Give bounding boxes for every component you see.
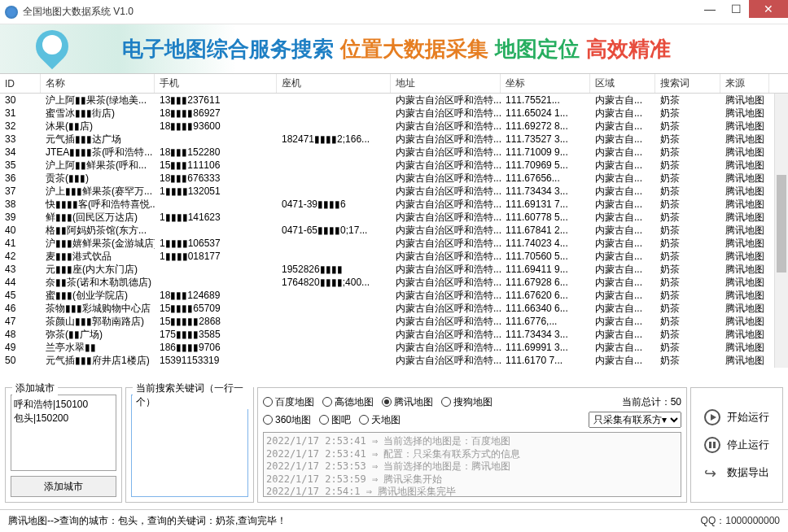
col-name[interactable]: 名称 <box>41 74 155 93</box>
col-mobile[interactable]: 手机 <box>155 74 277 93</box>
table-row[interactable]: 30沪上阿▮▮果茶(绿地美...13▮▮▮237611内蒙古自治区呼和浩特...… <box>0 94 788 107</box>
table-row[interactable]: 45蜜▮▮▮(创业学院店)18▮▮▮124689内蒙古自治区呼和浩特...111… <box>0 289 788 302</box>
table-row[interactable]: 50元气插▮▮▮府井店1楼店)15391153319内蒙古自治区呼和浩特...1… <box>0 354 788 367</box>
radio-搜狗地图[interactable]: 搜狗地图 <box>441 395 492 409</box>
stop-button[interactable]: 停止运行 <box>704 437 769 453</box>
app-title: 全国地图大数据系统 V1.0 <box>23 5 697 19</box>
city-textarea[interactable] <box>11 395 116 471</box>
banner: 电子地图综合服务搜索 位置大数据采集 地图定位 高效精准 <box>0 24 788 73</box>
radio-360地图[interactable]: 360地图 <box>263 413 311 427</box>
table-row[interactable]: 42麦▮▮▮港式饮品1▮▮▮▮018177内蒙古自治区呼和浩特...111.70… <box>0 250 788 263</box>
col-region[interactable]: 区域 <box>590 74 655 93</box>
maximize-button[interactable]: ☐ <box>723 0 749 18</box>
radio-天地图[interactable]: 天地图 <box>359 413 401 427</box>
col-source[interactable]: 来源 <box>720 74 769 93</box>
app-icon <box>5 6 18 19</box>
table-row[interactable]: 39鲜▮▮▮(回民区万达店)1▮▮▮▮141623内蒙古自治区呼和浩特...11… <box>0 211 788 224</box>
bottom-panel: 添加城市 添加城市 当前搜索关键词（一行一个） 百度地图高德地图腾讯地图搜狗地图… <box>5 387 783 503</box>
banner-text-2: 位置大数据采集 <box>340 35 488 63</box>
logo-icon <box>33 28 73 69</box>
table-row[interactable]: 41沪▮▮▮嬉鲜果茶(金游城店)1▮▮▮▮106537内蒙古自治区呼和浩特...… <box>0 237 788 250</box>
table-row[interactable]: 48弥茶(▮▮广场)175▮▮▮▮3585内蒙古自治区呼和浩特...111.73… <box>0 328 788 341</box>
play-icon <box>704 409 720 425</box>
table-row[interactable]: 33元气插▮▮▮达广场182471▮▮▮▮2;166...内蒙古自治区呼和浩特.… <box>0 133 788 146</box>
table-row[interactable]: 38快▮▮▮▮客(呼和浩特喜悦...0471-39▮▮▮▮6内蒙古自治区呼和浩特… <box>0 198 788 211</box>
keyword-textarea[interactable] <box>131 395 248 497</box>
table-row[interactable]: 44奈▮▮茶(诺和木勒凯德店)1764820▮▮▮▮;400...内蒙古自治区呼… <box>0 276 788 289</box>
table-row[interactable]: 31蜜雪冰▮▮▮街店)18▮▮▮▮86927内蒙古自治区呼和浩特...111.6… <box>0 107 788 120</box>
add-city-title: 添加城市 <box>12 382 58 395</box>
data-table: ID 名称 手机 座机 地址 坐标 区域 搜索词 来源 30沪上阿▮▮果茶(绿地… <box>0 73 788 368</box>
status-bar: 腾讯地图-->查询的城市：包头，查询的关键词：奶茶,查询完毕！ QQ：10000… <box>0 509 788 532</box>
export-icon: ↪ <box>704 464 720 481</box>
window-controls: — ☐ ✕ <box>697 0 788 24</box>
col-id[interactable]: ID <box>0 74 41 93</box>
keyword-title: 当前搜索关键词（一行一个） <box>133 382 253 409</box>
map-source-row-2: 360地图图吧天地图 只采集有联系方▾ <box>263 411 681 429</box>
minimize-button[interactable]: — <box>697 0 723 18</box>
table-row[interactable]: 47茶颜山▮▮▮郭勒南路店)15▮▮▮▮▮2868内蒙古自治区呼和浩特...11… <box>0 315 788 328</box>
table-body[interactable]: 30沪上阿▮▮果茶(绿地美...13▮▮▮237611内蒙古自治区呼和浩特...… <box>0 94 788 367</box>
table-header[interactable]: ID 名称 手机 座机 地址 坐标 区域 搜索词 来源 <box>0 74 788 94</box>
table-row[interactable]: 43元▮▮▮座(内大东门店)1952826▮▮▮▮内蒙古自治区呼和浩特...11… <box>0 263 788 276</box>
banner-text-1: 电子地图综合服务搜索 <box>122 35 334 63</box>
col-landline[interactable]: 座机 <box>277 74 391 93</box>
banner-text-3: 地图定位 <box>495 35 580 63</box>
collect-mode-select[interactable]: 只采集有联系方▾ <box>589 412 681 428</box>
table-row[interactable]: 34JTEA▮▮▮▮茶(呼和浩特...18▮▮▮152280内蒙古自治区呼和浩特… <box>0 146 788 159</box>
start-button[interactable]: 开始运行 <box>704 409 769 425</box>
map-source-row-1: 百度地图高德地图腾讯地图搜狗地图 当前总计：50 <box>263 393 681 411</box>
vertical-scrollbar[interactable] <box>774 94 788 368</box>
log-output: 2022/1/17 2:53:41 ⇒ 当前选择的地图是：百度地图2022/1/… <box>263 432 681 497</box>
table-row[interactable]: 35沪上阿▮▮鲜果茶(呼和...15▮▮▮111106内蒙古自治区呼和浩特...… <box>0 159 788 172</box>
status-qq: QQ：1000000000 <box>701 514 780 528</box>
col-addr[interactable]: 地址 <box>391 74 501 93</box>
close-button[interactable]: ✕ <box>749 0 788 18</box>
table-row[interactable]: 46茶物▮▮▮彩城购物中心店15▮▮▮▮65709内蒙古自治区呼和浩特...11… <box>0 302 788 315</box>
add-city-group: 添加城市 添加城市 <box>5 387 122 503</box>
table-row[interactable]: 40格▮▮阿妈奶茶馆(东方...0471-65▮▮▮▮0;17...内蒙古自治区… <box>0 224 788 237</box>
table-row[interactable]: 37沪上▮▮▮鲜果茶(赛罕万...1▮▮▮▮132051内蒙古自治区呼和浩特..… <box>0 185 788 198</box>
banner-text-4: 高效精准 <box>586 35 671 63</box>
radio-腾讯地图[interactable]: 腾讯地图 <box>382 395 433 409</box>
add-city-button[interactable]: 添加城市 <box>11 476 116 497</box>
col-keyword[interactable]: 搜索词 <box>655 74 720 93</box>
col-coord[interactable]: 坐标 <box>501 74 590 93</box>
table-row[interactable]: 36贡茶(▮▮▮)18▮▮▮676333内蒙古自治区呼和浩特...111.676… <box>0 172 788 185</box>
title-bar: 全国地图大数据系统 V1.0 — ☐ ✕ <box>0 0 788 24</box>
table-row[interactable]: 49兰亭水翠▮▮186▮▮▮▮9706内蒙古自治区呼和浩特...111.6999… <box>0 341 788 354</box>
total-count-label: 当前总计：50 <box>622 395 681 409</box>
table-row[interactable]: 32沐果(▮▮店)18▮▮▮▮93600内蒙古自治区呼和浩特...111.692… <box>0 120 788 133</box>
export-button[interactable]: ↪ 数据导出 <box>704 464 769 481</box>
status-message: 腾讯地图-->查询的城市：包头，查询的关键词：奶茶,查询完毕！ <box>8 514 701 528</box>
radio-高德地图[interactable]: 高德地图 <box>322 395 374 409</box>
radio-图吧[interactable]: 图吧 <box>319 413 351 427</box>
radio-百度地图[interactable]: 百度地图 <box>263 395 314 409</box>
keyword-group: 当前搜索关键词（一行一个） <box>125 387 254 503</box>
controls-group: 百度地图高德地图腾讯地图搜狗地图 当前总计：50 360地图图吧天地图 只采集有… <box>257 387 687 503</box>
pause-icon <box>704 437 720 453</box>
action-group: 开始运行 停止运行 ↪ 数据导出 <box>690 387 783 503</box>
